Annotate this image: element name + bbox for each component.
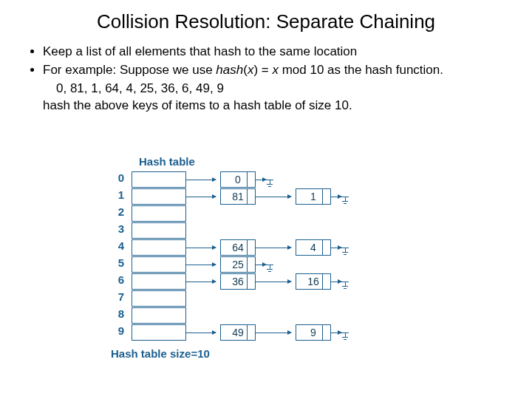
node-4-0: 64 xyxy=(220,239,256,256)
node-4-1: 4 xyxy=(296,239,331,256)
idx-2: 2 xyxy=(114,205,124,218)
desc-line: hash the above keys of items to a hash t… xyxy=(43,98,510,115)
slot-8 xyxy=(132,307,186,324)
keys-line: 0, 81, 1, 64, 4, 25, 36, 6, 49, 9 xyxy=(56,81,510,98)
b2-tail: mod 10 as the hash function. xyxy=(279,63,443,77)
slot-4 xyxy=(132,239,186,256)
node-val: 25 xyxy=(232,259,244,270)
node-6-0: 36 xyxy=(220,273,256,290)
bullet-1: Keep a list of all elements that hash to… xyxy=(43,44,510,61)
arrow xyxy=(331,332,341,333)
node-val: 9 xyxy=(310,327,316,338)
b2-pc: ) = xyxy=(253,63,272,77)
idx-4: 4 xyxy=(114,239,124,252)
label-size: Hash table size=10 xyxy=(111,347,210,360)
b2-fn: hash xyxy=(216,63,243,77)
arrow xyxy=(186,248,216,248)
arrow xyxy=(256,332,291,333)
hash-diagram: Hash table Hash table size=10 0 1 2 3 4 … xyxy=(111,155,436,377)
idx-9: 9 xyxy=(114,324,124,337)
node-val: 0 xyxy=(235,174,241,185)
slot-0 xyxy=(132,171,186,188)
arrow xyxy=(256,180,266,180)
ground-icon xyxy=(341,248,349,258)
idx-5: 5 xyxy=(114,256,124,269)
ground-icon xyxy=(341,282,349,292)
arrow xyxy=(256,282,291,282)
slot-5 xyxy=(132,256,186,273)
label-hashtable: Hash table xyxy=(139,155,195,168)
ground-icon xyxy=(266,265,273,275)
node-val: 64 xyxy=(232,242,244,253)
node-val: 36 xyxy=(232,276,244,287)
node-val: 49 xyxy=(232,327,244,338)
arrow xyxy=(186,265,216,265)
idx-6: 6 xyxy=(114,273,124,286)
idx-7: 7 xyxy=(114,290,124,303)
idx-3: 3 xyxy=(114,222,124,235)
idx-8: 8 xyxy=(114,307,124,320)
page-title: Collision Resolution: Separate Chaining xyxy=(22,10,510,33)
arrow xyxy=(186,197,216,197)
slot-6 xyxy=(132,273,186,290)
node-6-1: 16 xyxy=(296,273,331,290)
node-val: 1 xyxy=(310,191,316,202)
node-1-0: 81 xyxy=(220,188,256,205)
bullet-2: For example: Suppose we use hash(x) = x … xyxy=(43,62,510,79)
ground-icon xyxy=(341,197,349,207)
idx-0: 0 xyxy=(114,171,124,184)
node-0-0: 0 xyxy=(220,171,256,188)
node-5-0: 25 xyxy=(220,256,256,273)
slot-3 xyxy=(132,222,186,239)
slot-9 xyxy=(132,324,186,341)
slot-7 xyxy=(132,290,186,307)
arrow xyxy=(331,197,341,197)
slot-1 xyxy=(132,188,186,205)
ground-icon xyxy=(341,332,349,343)
node-9-1: 9 xyxy=(296,324,331,341)
arrow xyxy=(186,180,216,180)
arrow xyxy=(256,265,266,265)
bullet-list: Keep a list of all elements that hash to… xyxy=(30,44,510,79)
node-val: 4 xyxy=(310,242,316,253)
b2-x2: x xyxy=(272,63,279,77)
node-val: 16 xyxy=(307,276,319,287)
node-9-0: 49 xyxy=(220,324,256,341)
slot-2 xyxy=(132,205,186,222)
arrow xyxy=(186,332,216,333)
arrow xyxy=(186,282,216,282)
arrow xyxy=(256,197,291,197)
arrow xyxy=(331,248,341,248)
arrow xyxy=(331,282,341,282)
idx-1: 1 xyxy=(114,188,124,201)
node-1-1: 1 xyxy=(296,188,331,205)
arrow xyxy=(256,248,291,248)
b2-pre: For example: Suppose we use xyxy=(43,63,216,77)
node-val: 81 xyxy=(232,191,244,202)
ground-icon xyxy=(266,180,273,190)
